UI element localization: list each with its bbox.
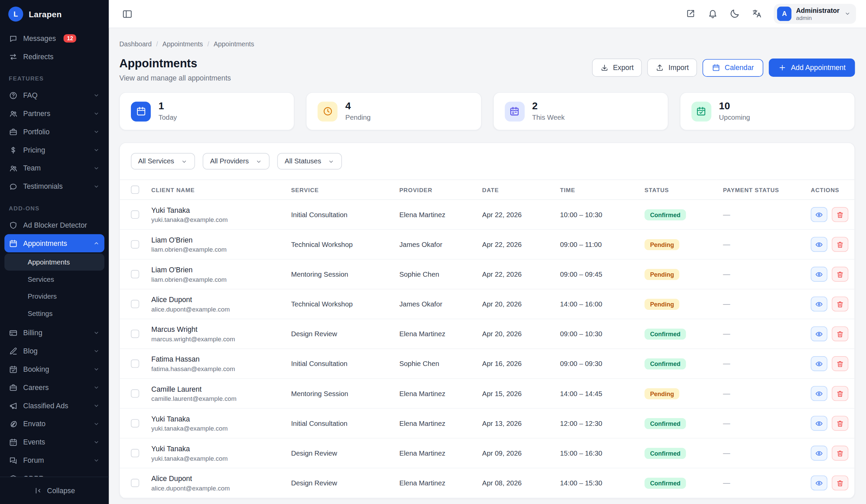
chevron-down-icon	[93, 347, 100, 355]
sidebar-subitem-appointments[interactable]: Appointments	[4, 253, 104, 271]
view-button[interactable]	[811, 207, 828, 222]
view-button[interactable]	[811, 267, 828, 282]
eye-icon	[815, 390, 823, 397]
delete-button[interactable]	[832, 416, 848, 430]
row-checkbox[interactable]	[131, 360, 139, 368]
row-checkbox[interactable]	[131, 210, 139, 219]
breadcrumb-item[interactable]: Appointments	[214, 40, 254, 48]
sidebar-item-booking[interactable]: Booking	[4, 360, 104, 378]
row-actions	[811, 356, 851, 371]
row-checkbox[interactable]	[131, 240, 139, 248]
sidebar-item-messages[interactable]: Messages 12	[4, 30, 104, 48]
client-email: yuki.tanaka@example.com	[151, 425, 278, 432]
sidebar-subitem-settings[interactable]: Settings	[4, 305, 104, 322]
view-button[interactable]	[811, 446, 828, 461]
unread-count-badge: 12	[64, 34, 76, 42]
calendar-view-button[interactable]: Calendar	[703, 59, 763, 77]
breadcrumb-item[interactable]: Appointments	[162, 40, 203, 48]
view-button[interactable]	[811, 416, 828, 430]
export-button[interactable]: Export	[592, 58, 642, 77]
filter-select-all-providers[interactable]: All Providers	[203, 153, 270, 169]
sidebar-item-appointments[interactable]: Appointments	[4, 234, 104, 252]
notifications-button[interactable]	[708, 9, 718, 19]
language-button[interactable]	[752, 9, 763, 19]
sidebar-item-blog[interactable]: Blog	[4, 342, 104, 360]
sidebar-item-testimonials[interactable]: Testimonials	[4, 177, 104, 195]
brand[interactable]: L Larapen	[0, 0, 109, 28]
import-button[interactable]: Import	[647, 58, 697, 77]
breadcrumb-item[interactable]: Dashboard	[119, 40, 152, 48]
sidebar-item-gdpr[interactable]: GDPR	[4, 470, 104, 477]
delete-button[interactable]	[832, 296, 848, 312]
row-checkbox[interactable]	[131, 270, 139, 278]
view-button[interactable]	[811, 296, 828, 312]
sidebar-item-envato[interactable]: Envato	[4, 415, 104, 433]
user-menu[interactable]: A Administrator admin	[774, 4, 856, 24]
status-badge: Pending	[644, 388, 679, 399]
sidebar-item-classified-ads[interactable]: Classified Ads	[4, 396, 104, 415]
row-checkbox[interactable]	[131, 330, 139, 338]
select-all-checkbox[interactable]	[131, 186, 139, 194]
view-button[interactable]	[811, 237, 828, 252]
view-button[interactable]	[811, 356, 828, 371]
status-badge: Confirmed	[644, 209, 686, 220]
filter-select-all-statuses[interactable]: All Statuses	[277, 153, 342, 169]
leaf-icon	[9, 419, 18, 428]
collapse-button[interactable]: Collapse	[0, 477, 109, 504]
sidebar-item-forum[interactable]: Forum	[4, 451, 104, 470]
sidebar-toggle-button[interactable]	[122, 9, 133, 19]
sidebar-item-partners[interactable]: Partners	[4, 104, 104, 123]
chevron-down-icon	[93, 165, 100, 172]
client-email: yuki.tanaka@example.com	[151, 455, 278, 462]
sidebar-item-label: Pricing	[23, 146, 45, 154]
sidebar-subitem-services[interactable]: Services	[4, 271, 104, 288]
appointments-card: All Services All Providers All Statuses …	[119, 143, 855, 499]
view-button[interactable]	[811, 475, 828, 491]
row-checkbox[interactable]	[131, 449, 139, 457]
time-cell: 14:00 – 14:45	[553, 379, 638, 408]
sidebar-item-faq[interactable]: FAQ	[4, 86, 104, 104]
sidebar-item-billing[interactable]: Billing	[4, 324, 104, 342]
column-header: STATUS	[638, 180, 717, 200]
row-checkbox[interactable]	[131, 479, 139, 487]
stat-value: 2	[532, 101, 565, 112]
view-button[interactable]	[811, 326, 828, 341]
row-checkbox[interactable]	[131, 419, 139, 427]
dark-mode-button[interactable]	[730, 9, 740, 19]
panel-left-icon	[122, 9, 133, 19]
sidebar-item-events[interactable]: Events	[4, 433, 104, 451]
service-cell: Technical Workshop	[285, 229, 393, 259]
stat-card-pending: 4 Pending	[306, 92, 481, 131]
row-checkbox[interactable]	[131, 389, 139, 397]
chevron-down-icon	[93, 329, 100, 336]
payment-status: —	[717, 259, 804, 289]
sidebar-item-redirects[interactable]: Redirects	[4, 47, 104, 66]
sidebar-item-team[interactable]: Team	[4, 159, 104, 177]
delete-button[interactable]	[832, 267, 848, 282]
sidebar-subitem-providers[interactable]: Providers	[4, 288, 104, 305]
date-cell: Apr 20, 2026	[476, 289, 553, 319]
external-link-button[interactable]	[686, 9, 696, 19]
view-button[interactable]	[811, 386, 828, 401]
sidebar-item-label: Careers	[23, 383, 49, 391]
delete-button[interactable]	[832, 237, 848, 252]
sidebar-item-portfolio[interactable]: Portfolio	[4, 122, 104, 141]
delete-button[interactable]	[832, 446, 848, 461]
delete-button[interactable]	[832, 386, 848, 401]
sidebar-item-careers[interactable]: Careers	[4, 378, 104, 396]
provider-cell: James Okafor	[393, 289, 476, 319]
row-checkbox[interactable]	[131, 300, 139, 308]
sidebar-item-pricing[interactable]: Pricing	[4, 141, 104, 159]
table-row: Alice Dupont alice.dupont@example.com Te…	[120, 289, 855, 319]
briefcase-icon	[9, 127, 18, 136]
add-appointment-button[interactable]: Add Appointment	[769, 58, 855, 77]
filter-select-all-services[interactable]: All Services	[131, 153, 195, 169]
delete-button[interactable]	[832, 207, 848, 222]
import-label: Import	[668, 64, 689, 72]
upload-icon	[656, 64, 664, 72]
delete-button[interactable]	[832, 356, 848, 371]
row-actions	[811, 207, 851, 222]
sidebar-item-ad-blocker-detector[interactable]: Ad Blocker Detector	[4, 216, 104, 234]
delete-button[interactable]	[832, 475, 848, 491]
delete-button[interactable]	[832, 326, 848, 341]
